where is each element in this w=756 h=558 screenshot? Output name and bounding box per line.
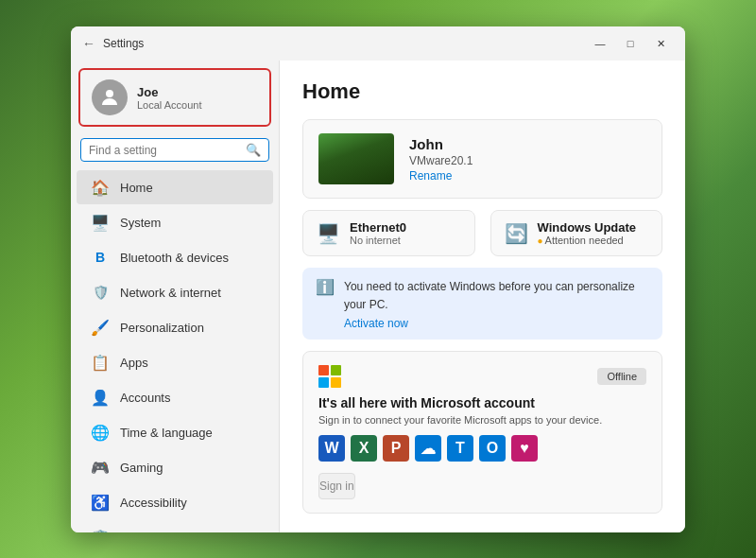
window-title: Settings — [103, 37, 587, 50]
network-icon: 🛡️ — [90, 282, 111, 303]
sidebar-item-gaming[interactable]: 🎮 Gaming — [77, 450, 273, 484]
profile-subtitle: VMware20.1 — [409, 154, 472, 167]
update-icon: 🔄 — [505, 222, 528, 245]
update-sub: ● Attention needed — [538, 235, 637, 246]
info-icon: ℹ️ — [316, 278, 335, 296]
home-icon: 🏠 — [90, 177, 111, 198]
update-status-card[interactable]: 🔄 Windows Update ● Attention needed — [490, 210, 663, 256]
user-card[interactable]: Joe Local Account — [78, 68, 271, 127]
sidebar-item-time[interactable]: 🌐 Time & language — [77, 415, 273, 449]
settings-window: ← Settings — □ ✕ Joe Local Account — [71, 26, 685, 532]
activation-text-block: You need to activate Windows before you … — [344, 277, 649, 330]
onedrive-icon: ☁ — [415, 435, 441, 462]
user-name: Joe — [137, 85, 202, 99]
maximize-button[interactable]: □ — [617, 34, 644, 53]
activate-now-link[interactable]: Activate now — [344, 317, 649, 330]
microsoft-account-card: Offline It's all here with Microsoft acc… — [302, 351, 662, 514]
privacy-icon: 🛡️ — [90, 527, 111, 532]
sidebar-item-home-label: Home — [120, 181, 153, 195]
bluetooth-icon: B — [90, 247, 111, 268]
status-row: 🖥️ Ethernet0 No internet 🔄 Windows Updat… — [302, 210, 662, 256]
profile-thumbnail — [318, 133, 394, 184]
activation-text: You need to activate Windows before you … — [344, 280, 635, 311]
gaming-icon: 🎮 — [90, 457, 111, 478]
sidebar-item-accounts-label: Accounts — [120, 391, 170, 405]
word-icon: W — [318, 435, 345, 462]
sidebar-item-network-label: Network & internet — [120, 286, 221, 300]
sidebar-item-system-label: System — [120, 216, 161, 230]
user-info: Joe Local Account — [137, 85, 202, 111]
sidebar-item-privacy-label: Privacy & security — [120, 531, 217, 533]
sidebar-item-accessibility[interactable]: ♿ Accessibility — [77, 485, 273, 519]
network-sub: No internet — [350, 235, 406, 246]
network-status-info: Ethernet0 No internet — [350, 220, 406, 246]
avatar — [92, 79, 128, 115]
accessibility-icon: ♿ — [90, 492, 111, 513]
ms-logo-yellow — [331, 377, 341, 388]
sidebar-item-bluetooth-label: Bluetooth & devices — [120, 251, 229, 265]
thumbnail-image — [318, 133, 394, 184]
time-icon: 🌐 — [90, 422, 111, 443]
search-input[interactable] — [89, 144, 246, 157]
user-icon — [98, 86, 121, 109]
svg-point-0 — [106, 90, 113, 97]
sidebar: Joe Local Account 🔍 🏠 Home 🖥️ System — [71, 61, 279, 532]
microsoft-logo — [318, 365, 341, 388]
outlook-icon: O — [479, 435, 506, 462]
attention-dot: ● — [538, 235, 543, 246]
rename-link[interactable]: Rename — [409, 169, 472, 183]
window-controls: — □ ✕ — [587, 34, 674, 53]
ms-logo-red — [318, 365, 329, 375]
system-icon: 🖥️ — [90, 212, 111, 233]
profile-info: John VMware20.1 Rename — [409, 136, 472, 183]
sidebar-item-accessibility-label: Accessibility — [120, 496, 187, 510]
sidebar-item-bluetooth[interactable]: B Bluetooth & devices — [77, 240, 273, 274]
sidebar-item-apps-label: Apps — [120, 356, 148, 370]
sidebar-item-time-label: Time & language — [120, 426, 213, 440]
personalization-icon: 🖌️ — [90, 317, 111, 338]
ms-card-header: Offline — [318, 365, 646, 388]
user-account-type: Local Account — [137, 99, 202, 111]
update-info: Windows Update ● Attention needed — [538, 220, 637, 246]
apps-icon: 📋 — [90, 352, 111, 373]
search-bar[interactable]: 🔍 — [80, 138, 269, 162]
page-title: Home — [302, 79, 662, 104]
offline-button[interactable]: Offline — [597, 368, 646, 385]
sidebar-item-network[interactable]: 🛡️ Network & internet — [77, 275, 273, 309]
minimize-button[interactable]: — — [587, 34, 613, 53]
teams-icon: T — [447, 435, 473, 462]
main-content: Home John VMware20.1 Rename 🖥️ Ethernet0 — [279, 61, 685, 532]
profile-name: John — [409, 136, 472, 152]
network-label: Ethernet0 — [350, 220, 406, 235]
ms-card-subtitle: Sign in to connect your favorite Microso… — [318, 414, 646, 426]
search-icon: 🔍 — [246, 143, 261, 157]
excel-icon: X — [351, 435, 377, 462]
activation-banner: ℹ️ You need to activate Windows before y… — [302, 268, 662, 340]
network-status-card[interactable]: 🖥️ Ethernet0 No internet — [302, 210, 475, 256]
window-content: Joe Local Account 🔍 🏠 Home 🖥️ System — [71, 61, 685, 532]
sidebar-item-home[interactable]: 🏠 Home — [77, 170, 273, 204]
sidebar-item-gaming-label: Gaming — [120, 461, 163, 475]
sidebar-item-system[interactable]: 🖥️ System — [77, 205, 273, 239]
ms-card-title: It's all here with Microsoft account — [318, 395, 646, 410]
signin-button[interactable]: Sign in — [318, 473, 355, 499]
sidebar-nav: 🏠 Home 🖥️ System B Bluetooth & devices 🛡… — [71, 169, 279, 532]
close-button[interactable]: ✕ — [647, 34, 674, 53]
ms-logo-green — [331, 365, 341, 375]
health-icon: ♥ — [511, 435, 538, 462]
network-status-icon: 🖥️ — [317, 222, 340, 245]
sidebar-item-personalization-label: Personalization — [120, 321, 204, 335]
ms-logo-blue — [318, 377, 329, 388]
sidebar-item-privacy[interactable]: 🛡️ Privacy & security — [77, 520, 273, 532]
sidebar-item-apps[interactable]: 📋 Apps — [77, 345, 273, 379]
update-label: Windows Update — [538, 220, 637, 235]
back-button[interactable]: ← — [82, 36, 95, 51]
ms-apps-row: W X P ☁ T O ♥ — [318, 435, 646, 462]
titlebar: ← Settings — □ ✕ — [71, 26, 685, 61]
sidebar-item-accounts[interactable]: 👤 Accounts — [77, 380, 273, 414]
powerpoint-icon: P — [383, 435, 409, 462]
accounts-icon: 👤 — [90, 387, 111, 408]
sidebar-item-personalization[interactable]: 🖌️ Personalization — [77, 310, 273, 344]
profile-card: John VMware20.1 Rename — [302, 119, 662, 199]
